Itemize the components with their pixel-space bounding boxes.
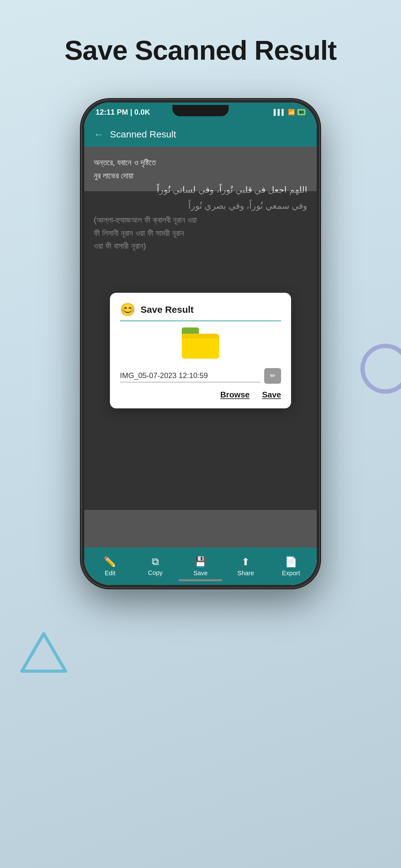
folder-container (120, 328, 281, 359)
status-time: 12:11 PM | 0.0K (96, 108, 150, 117)
folder-icon (182, 328, 219, 359)
svg-marker-0 (22, 634, 66, 671)
nav-export[interactable]: 📄 Export (268, 556, 313, 577)
nav-copy-label: Copy (148, 569, 163, 577)
deco-circle (360, 344, 401, 394)
app-bar-title: Scanned Result (110, 129, 176, 140)
dialog-emoji: 😊 (120, 302, 136, 317)
home-indicator (179, 579, 222, 581)
nav-share-label: Share (237, 569, 254, 577)
app-bar: ← Scanned Result (84, 122, 317, 147)
content-area: অন্তরে, যবানে ও দৃষ্টিতে নুর লাভের দোয়া… (84, 147, 317, 548)
filename-row: ✏ (120, 368, 281, 384)
status-icons: ▌▌▌ 📶 90 (274, 109, 305, 116)
edit-icon: ✏️ (104, 556, 116, 568)
deco-triangle (19, 630, 69, 674)
filename-input[interactable] (120, 369, 261, 382)
dialog-title: Save Result (140, 304, 194, 315)
text-line-1: অন্তরে, যবানে ও দৃষ্টিতে (94, 156, 307, 169)
nav-save[interactable]: 💾 Save (178, 556, 223, 577)
export-icon: 📄 (285, 556, 297, 568)
nav-share[interactable]: ⬆ Share (223, 556, 268, 577)
dialog-header: 😊 Save Result (120, 302, 281, 317)
wifi-icon: 📶 (288, 109, 295, 116)
notch (172, 105, 229, 116)
share-icon: ⬆ (241, 556, 250, 568)
edit-filename-button[interactable]: ✏ (264, 368, 281, 384)
save-result-dialog: 😊 Save Result (110, 293, 291, 408)
save-button[interactable]: Save (262, 390, 281, 400)
folder-front (182, 338, 219, 359)
dialog-overlay: 😊 Save Result (84, 191, 317, 510)
battery-icon: 90 (297, 109, 305, 115)
phone-frame: 12:11 PM | 0.0K ▌▌▌ 📶 90 ← Scanned Resul… (82, 100, 319, 587)
signal-icon: ▌▌▌ (274, 109, 286, 116)
nav-edit[interactable]: ✏️ Edit (88, 556, 133, 577)
save-icon: 💾 (194, 556, 207, 568)
dialog-actions: Browse Save (120, 390, 281, 400)
text-line-2: নুর লাভের দোয়া (94, 169, 307, 183)
nav-export-label: Export (282, 569, 300, 577)
page-title: Save Scanned Result (0, 34, 401, 66)
back-button[interactable]: ← (94, 129, 104, 140)
nav-save-label: Save (193, 569, 208, 577)
nav-edit-label: Edit (105, 569, 115, 577)
phone-screen: 12:11 PM | 0.0K ▌▌▌ 📶 90 ← Scanned Resul… (84, 102, 317, 585)
copy-icon: ⧉ (152, 556, 159, 567)
dialog-divider (120, 320, 281, 321)
pencil-icon: ✏ (270, 372, 275, 380)
browse-button[interactable]: Browse (220, 390, 249, 400)
nav-copy[interactable]: ⧉ Copy (133, 556, 178, 577)
